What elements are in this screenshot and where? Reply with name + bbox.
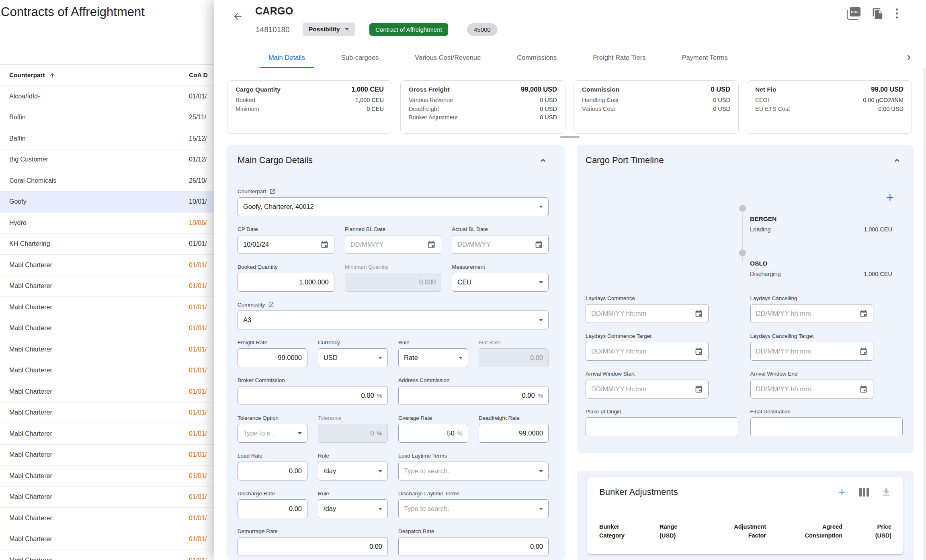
- table-row[interactable]: Mabl Charterer01/01/: [0, 466, 214, 487]
- load-rate-input[interactable]: 0.00: [238, 462, 307, 480]
- deadfreight-rate-input[interactable]: 99.0000: [479, 424, 549, 443]
- table-row[interactable]: Mabl Charterer01/01/: [0, 508, 214, 529]
- download-button[interactable]: [881, 487, 891, 497]
- timeline-stop[interactable]: BERGEN Loading 1,000 CEU: [735, 205, 892, 249]
- laydays-cancelling-target-input[interactable]: DD/MM/YY hh:mm: [750, 342, 873, 361]
- status-dropdown[interactable]: Possibility: [303, 22, 355, 36]
- chevron-down-icon: [539, 206, 543, 208]
- timeline-stop[interactable]: OSLO Discharging 1,000 CEU: [735, 249, 892, 277]
- table-row[interactable]: Mabl Charterer01/01/: [0, 360, 214, 382]
- calendar-icon[interactable]: [694, 309, 703, 318]
- tolerance-option-select[interactable]: Type to s...: [238, 424, 307, 443]
- card-gross-freight: Gross Freight99,000 USD Various Revenue0…: [400, 80, 565, 134]
- bunker-table-header: BunkerCategory Range(USD) AdjustmentFact…: [599, 522, 891, 540]
- counterpart-select[interactable]: Goofy, Charterer, 40012: [238, 197, 549, 216]
- laydays-commence-input[interactable]: DD/MM/YY hh:mm: [586, 304, 709, 323]
- calendar-icon[interactable]: [859, 385, 868, 393]
- calendar-icon[interactable]: [320, 240, 329, 249]
- tab-main-details[interactable]: Main Details: [250, 47, 323, 68]
- tab-commissions[interactable]: Commissions: [499, 47, 575, 68]
- open-in-new-icon[interactable]: [269, 188, 275, 194]
- freight-rule-select[interactable]: Rate: [398, 348, 468, 367]
- table-row[interactable]: Mabl Charterer01/01/: [0, 403, 214, 424]
- table-header-row: Counterpart CoA D: [0, 64, 214, 86]
- laydays-cancelling-input[interactable]: DD/MM/YY hh:mm: [750, 304, 873, 323]
- load-rule-select[interactable]: /day: [318, 462, 388, 480]
- tab-freight-rate-tiers[interactable]: Freight Rate Tiers: [575, 47, 664, 68]
- measurement-select[interactable]: CEU: [452, 273, 549, 292]
- tabs-scroll-right-button[interactable]: [904, 53, 914, 62]
- copy-button[interactable]: [872, 8, 884, 20]
- export-pdf-button[interactable]: PDF: [847, 7, 860, 20]
- tab-payment-terms[interactable]: Payment Terms: [664, 47, 746, 68]
- table-row[interactable]: Mabl Charterer01/01/: [0, 339, 214, 360]
- tab-sub-cargoes[interactable]: Sub-cargoes: [323, 47, 397, 68]
- discharge-rule-select[interactable]: /day: [318, 499, 388, 518]
- demurrage-rate-input[interactable]: 0.00: [238, 537, 388, 556]
- cp-date-input[interactable]: 10/01/24: [238, 235, 334, 254]
- column-settings-button[interactable]: [859, 488, 869, 497]
- broker-commission-input[interactable]: 0.00%: [238, 386, 388, 405]
- laydays-commence-target-input[interactable]: DD/MM/YY hh:mm: [586, 342, 709, 361]
- minimum-quantity-input: 0.000: [345, 273, 442, 292]
- chevron-down-icon: [345, 28, 349, 31]
- place-of-origin-input[interactable]: [586, 417, 738, 436]
- chevron-down-icon: [539, 319, 543, 321]
- collapse-section-button[interactable]: [538, 155, 548, 165]
- commodity-select[interactable]: A3: [238, 311, 549, 329]
- cards-collapse-handle[interactable]: [560, 136, 580, 138]
- table-row[interactable]: Baffin25/11/: [0, 107, 214, 129]
- column-header-counterpart[interactable]: Counterpart: [0, 72, 56, 79]
- flat-rate-input: 0.00: [479, 348, 549, 367]
- chevron-down-icon: [298, 432, 302, 435]
- actual-bl-date-input[interactable]: DD/MM/YY: [452, 235, 549, 254]
- calendar-icon[interactable]: [859, 347, 868, 356]
- despatch-rate-input[interactable]: 0.00: [398, 537, 549, 556]
- table-row[interactable]: KH Chartering01/01/: [0, 234, 214, 255]
- address-commission-input[interactable]: 0.00%: [398, 386, 549, 405]
- vertical-scrollbar[interactable]: [923, 68, 926, 560]
- calendar-icon[interactable]: [694, 347, 703, 356]
- calendar-icon[interactable]: [859, 309, 868, 318]
- arrival-window-start-input[interactable]: DD/MM/YY hh:mm: [586, 380, 709, 399]
- table-row[interactable]: Alcoa/fdfd-01/01/: [0, 86, 214, 107]
- table-row-selected[interactable]: Goofy10/01/: [0, 192, 214, 213]
- collapse-section-button[interactable]: [892, 155, 902, 165]
- calendar-icon[interactable]: [535, 240, 543, 249]
- add-bunker-adjustment-button[interactable]: [837, 487, 847, 497]
- load-laytime-terms-select[interactable]: Type to search.: [398, 462, 549, 480]
- table-row[interactable]: Baffin15/12/: [0, 128, 214, 149]
- table-row[interactable]: Mabl Charterer01/01/: [0, 550, 214, 560]
- calendar-icon[interactable]: [694, 385, 703, 393]
- tab-various-cost-revenue[interactable]: Various Cost/Revenue: [397, 47, 499, 68]
- table-row[interactable]: Mabl Charterer01/01/: [0, 255, 214, 276]
- add-port-button[interactable]: [885, 192, 895, 203]
- table-row[interactable]: Mabl Charterer01/01/: [0, 487, 214, 508]
- table-row[interactable]: Mabl Charterer01/01/: [0, 297, 214, 318]
- booked-quantity-input[interactable]: 1,000.000: [238, 273, 334, 292]
- table-row[interactable]: Mabl Charterer01/01/: [0, 318, 214, 339]
- calendar-icon[interactable]: [427, 240, 436, 249]
- discharge-laytime-terms-select[interactable]: Type to search.: [398, 499, 549, 518]
- discharge-rate-input[interactable]: 0.00: [238, 499, 307, 518]
- planned-bl-date-input[interactable]: DD/MM/YY: [345, 235, 442, 254]
- arrival-window-end-input[interactable]: DD/MM/YY hh:mm: [750, 380, 873, 399]
- column-header-coa-date[interactable]: CoA D: [189, 72, 208, 79]
- more-menu-button[interactable]: [895, 8, 899, 20]
- table-row[interactable]: Mabl Charterer01/01/: [0, 445, 214, 466]
- table-row[interactable]: Mabl Charterer01/01/: [0, 529, 214, 550]
- currency-select[interactable]: USD: [318, 348, 388, 367]
- plus-icon: [885, 192, 895, 203]
- back-button[interactable]: [232, 11, 243, 22]
- table-row[interactable]: Big Customer01/12/: [0, 149, 214, 171]
- chevron-down-icon: [539, 470, 543, 472]
- final-destination-input[interactable]: [750, 417, 903, 436]
- open-in-new-icon[interactable]: [268, 302, 274, 308]
- table-row[interactable]: Mabl Charterer01/01/: [0, 423, 214, 445]
- table-row[interactable]: Mabl Charterer01/01/: [0, 276, 214, 297]
- overage-rate-input[interactable]: 50%: [398, 424, 468, 443]
- freight-rate-input[interactable]: 99.0000: [238, 348, 307, 367]
- table-row[interactable]: Mabl Charterer01/01/: [0, 381, 214, 403]
- table-row[interactable]: Hydro10/06/: [0, 213, 214, 234]
- table-row[interactable]: Coral Chemicals25/10/: [0, 170, 214, 192]
